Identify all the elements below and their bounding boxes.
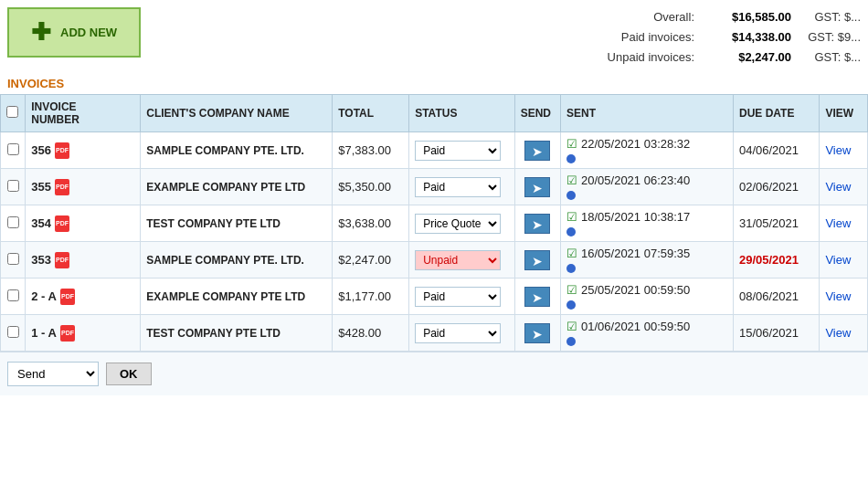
company-name-cell: SAMPLE COMPANY PTE. LTD. [141, 242, 333, 279]
sent-check-icon: ☑ [566, 247, 577, 260]
due-date: 02/06/2021 [739, 180, 799, 194]
invoice-number-cell: 353 PDF [26, 242, 141, 279]
sent-datetime: 20/05/2021 06:23:40 [581, 173, 690, 187]
row-checkbox-cell [1, 242, 26, 279]
header-due-date: DUE DATE [733, 95, 819, 132]
pdf-icon[interactable]: PDF [60, 289, 75, 305]
view-cell: View [820, 315, 868, 352]
send-cell: ➤ [514, 315, 560, 352]
due-date: 04/06/2021 [739, 143, 799, 157]
sent-datetime: 18/05/2021 10:38:17 [581, 210, 690, 224]
company-name: SAMPLE COMPANY PTE. LTD. [146, 144, 304, 157]
invoice-number: 353 [31, 253, 51, 267]
send-cell: ➤ [514, 169, 560, 205]
overall-label: Overall: [653, 7, 694, 27]
company-name-cell: TEST COMPANY PTE LTD [141, 315, 333, 352]
footer-bar: Send Download Print OK [0, 352, 868, 395]
blue-dot-icon [566, 300, 576, 310]
row-checkbox[interactable] [7, 326, 19, 338]
row-checkbox[interactable] [7, 143, 19, 155]
status-select[interactable]: Paid Unpaid Price Quote [415, 250, 501, 270]
unpaid-row: Unpaid invoices: $2,247.00 GST: $... [608, 47, 861, 68]
sent-datetime: 25/05/2021 00:59:50 [581, 283, 690, 297]
row-checkbox[interactable] [7, 253, 19, 265]
send-button[interactable]: ➤ [524, 177, 550, 197]
due-date-cell: 08/06/2021 [733, 279, 819, 315]
send-cell: ➤ [514, 242, 560, 279]
send-dropdown[interactable]: Send Download Print [7, 362, 99, 386]
pdf-icon[interactable]: PDF [55, 179, 69, 195]
sent-check-icon: ☑ [566, 210, 577, 224]
pdf-icon[interactable]: PDF [55, 142, 69, 159]
paid-amount: $14,338.00 [709, 27, 791, 47]
due-date-cell: 02/06/2021 [733, 169, 819, 205]
ok-button[interactable]: OK [106, 363, 152, 385]
view-link[interactable]: View [825, 143, 851, 157]
send-button[interactable]: ➤ [524, 214, 550, 234]
company-name-cell: SAMPLE COMPANY PTE. LTD. [141, 132, 333, 169]
send-button[interactable]: ➤ [524, 250, 550, 270]
header-sent: SENT [561, 95, 734, 132]
status-cell: Paid Unpaid Price Quote [409, 169, 514, 205]
invoice-number-cell: 1 - A PDF [26, 315, 141, 352]
status-select[interactable]: Paid Unpaid Price Quote [415, 323, 501, 343]
view-link[interactable]: View [825, 180, 851, 194]
pdf-icon[interactable]: PDF [60, 325, 75, 342]
select-all-checkbox[interactable] [6, 106, 18, 118]
pdf-icon[interactable]: PDF [55, 215, 69, 232]
blue-dot-icon [566, 154, 576, 163]
view-cell: View [820, 132, 868, 169]
sent-cell: ☑ 25/05/2021 00:59:50 [561, 279, 734, 315]
invoice-number: 1 - A [31, 326, 57, 340]
send-cell: ➤ [514, 205, 560, 242]
row-checkbox-cell [1, 132, 26, 169]
status-cell: Paid Unpaid Price Quote [409, 279, 514, 315]
table-header-row: INVOICENUMBER CLIENT'S COMPANY NAME TOTA… [1, 95, 868, 132]
summary-box: Overall: $16,585.00 GST: $... Paid invoi… [608, 7, 861, 68]
view-link[interactable]: View [825, 216, 851, 230]
total-cell: $5,350.00 [333, 169, 409, 205]
add-new-button[interactable]: ✚ ADD NEW [7, 7, 141, 58]
header-status: STATUS [409, 95, 514, 132]
due-date: 08/06/2021 [739, 289, 799, 303]
total-cell: $428.00 [333, 315, 409, 352]
pdf-icon[interactable]: PDF [55, 252, 69, 268]
due-date: 15/06/2021 [739, 326, 799, 340]
total-amount: $2,247.00 [338, 253, 391, 267]
blue-dot-icon [566, 337, 576, 346]
company-name: TEST COMPANY PTE LTD [146, 217, 281, 230]
status-select[interactable]: Paid Unpaid Price Quote [415, 214, 501, 234]
view-link[interactable]: View [825, 289, 851, 303]
header-send: SEND [514, 95, 560, 132]
total-amount: $3,638.00 [338, 216, 391, 230]
sent-check-icon: ☑ [566, 137, 577, 151]
status-select[interactable]: Paid Unpaid Price Quote [415, 177, 501, 197]
invoice-number-cell: 2 - A PDF [26, 279, 141, 315]
row-checkbox[interactable] [7, 216, 19, 228]
total-cell: $3,638.00 [333, 205, 409, 242]
table-row: 353 PDF SAMPLE COMPANY PTE. LTD. $2,247.… [1, 242, 868, 279]
view-link[interactable]: View [825, 326, 851, 340]
invoice-number-cell: 356 PDF [26, 132, 141, 169]
row-checkbox[interactable] [7, 180, 19, 192]
section-label: INVOICES [0, 73, 868, 94]
row-checkbox-cell [1, 205, 26, 242]
paid-row: Paid invoices: $14,338.00 GST: $9... [608, 27, 861, 47]
send-button[interactable]: ➤ [524, 141, 550, 161]
view-link[interactable]: View [825, 253, 851, 267]
send-button[interactable]: ➤ [524, 323, 550, 343]
total-cell: $2,247.00 [333, 242, 409, 279]
unpaid-gst: GST: $... [806, 47, 861, 68]
invoice-number-cell: 354 PDF [26, 205, 141, 242]
view-cell: View [820, 279, 868, 315]
status-select[interactable]: Paid Unpaid Price Quote [415, 141, 501, 161]
total-cell: $7,383.00 [333, 132, 409, 169]
status-cell: Paid Unpaid Price Quote [409, 205, 514, 242]
due-date-cell: 04/06/2021 [733, 132, 819, 169]
status-select[interactable]: Paid Unpaid Price Quote [415, 287, 501, 307]
send-button[interactable]: ➤ [524, 287, 550, 307]
total-amount: $428.00 [338, 326, 381, 340]
row-checkbox[interactable] [7, 289, 19, 301]
sent-check-icon: ☑ [566, 320, 577, 333]
status-cell: Paid Unpaid Price Quote [409, 132, 514, 169]
